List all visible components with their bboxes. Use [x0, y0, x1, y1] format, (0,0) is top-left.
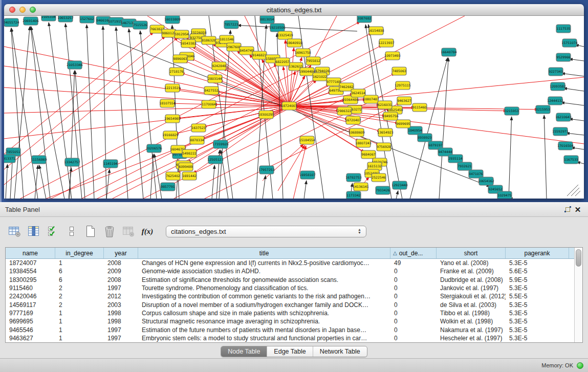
graph-node[interactable]: 17359928 [212, 140, 229, 148]
table-cell[interactable]: 1 [55, 318, 104, 325]
table-cell[interactable]: 0 [390, 268, 437, 275]
graph-node[interactable]: 19166829 [162, 131, 179, 139]
graph-edge[interactable] [571, 147, 584, 149]
table-cell[interactable]: 9777169 [6, 310, 55, 317]
table-cell[interactable]: 5.3E-5 [506, 259, 569, 267]
graph-node[interactable]: 8427552 [204, 86, 219, 95]
table-cell[interactable]: Changes of HCN gene expression and I(f) … [138, 259, 390, 267]
table-cell[interactable]: 19384554 [6, 268, 55, 275]
table-cell[interactable]: 0 [390, 310, 437, 317]
network-window[interactable]: citations_edges.txt 24055724206914062105… [4, 4, 584, 199]
graph-node[interactable]: 9699695 [396, 120, 410, 128]
graph-node[interactable]: 7932621 [458, 162, 472, 170]
graph-edge[interactable] [563, 88, 584, 91]
graph-node[interactable]: 16648784 [441, 48, 457, 56]
table-cell[interactable]: Structural magnetic resonance image aver… [138, 318, 390, 325]
table-cell[interactable]: Hescheler et al. (1997) [437, 335, 506, 342]
graph-node[interactable]: 13654923 [377, 128, 394, 137]
table-cell[interactable]: 5.3E-5 [506, 326, 569, 334]
graph-node[interactable]: 17016504 [557, 142, 574, 150]
table-cell[interactable]: 9699695 [6, 318, 55, 325]
table-cell[interactable]: Tibbo et al. (1998) [437, 310, 506, 317]
graph-edge[interactable] [203, 106, 289, 127]
table-cell[interactable]: Investigating the contribution of common… [138, 293, 390, 300]
table-row[interactable]: 1830029562008Estimation of significance … [6, 276, 574, 284]
table-cell[interactable]: Yano et al. (2008) [437, 259, 506, 267]
graph-node[interactable]: 16958107 [299, 171, 316, 179]
table-cell[interactable]: Franke et al. (2009) [437, 268, 506, 275]
table-row[interactable]: 946554611997Estimation of the future num… [6, 325, 574, 334]
graph-edge[interactable] [150, 154, 153, 199]
graph-edge[interactable] [4, 36, 165, 169]
graph-node[interactable]: 20206576 [146, 144, 162, 152]
zoom-window-icon[interactable] [30, 7, 36, 13]
table-cell[interactable]: 1 [55, 310, 104, 317]
table-cell[interactable]: Wolkin et al. (1998) [437, 318, 506, 325]
graph-node[interactable]: 1691442 [182, 172, 197, 180]
graph-edge[interactable] [103, 26, 106, 199]
table-cell[interactable]: de Silva et al. (2003) [437, 301, 506, 309]
graph-node[interactable]: 9777169 [326, 78, 341, 86]
table-cell[interactable]: 0 [390, 318, 437, 325]
graph-node[interactable]: 16210643 [555, 113, 572, 121]
graph-node[interactable]: 21053346 [67, 61, 83, 69]
graph-node[interactable]: 8813054 [260, 16, 274, 24]
graph-node[interactable]: 18107554 [159, 99, 176, 107]
table-cell[interactable]: 1997 [104, 285, 138, 292]
table-cell[interactable]: 49 [390, 259, 437, 267]
network-graph[interactable]: 2405572420691406210533410653257152760284… [4, 16, 584, 199]
graph-node[interactable]: 14136141 [353, 183, 369, 191]
graph-node[interactable]: 8186328 [202, 36, 216, 45]
graph-node[interactable]: 15751074 [561, 39, 578, 47]
graph-edge[interactable] [191, 58, 289, 106]
table-cell[interactable]: 2009 [104, 268, 138, 275]
delete-rows-trash-icon[interactable] [102, 224, 117, 239]
table-cell[interactable]: Corpus callosum shape and size in male p… [138, 310, 390, 317]
graph-node[interactable]: 7625402 [166, 172, 180, 180]
graph-edge[interactable] [304, 181, 307, 199]
column-header-year[interactable]: year [104, 248, 138, 258]
table-row[interactable]: 2242004622012Investigating the contribut… [6, 292, 574, 300]
tab-network-table[interactable]: Network Table [313, 346, 367, 357]
table-cell[interactable]: 2008 [104, 276, 138, 283]
table-row[interactable]: 1938455462009Genome-wide association stu… [6, 267, 574, 275]
column-header-in-degree[interactable]: in_degree [55, 248, 104, 258]
graph-node[interactable]: 3624514 [351, 89, 365, 97]
graph-node[interactable]: 18300295 [258, 111, 274, 119]
graph-node[interactable]: 10807487 [363, 95, 379, 103]
table-cell[interactable]: 5.3E-5 [506, 301, 569, 309]
graph-edge[interactable] [86, 25, 94, 199]
graph-edge[interactable] [561, 73, 584, 76]
graph-node[interactable]: 9860128 [162, 29, 176, 37]
graph-node[interactable]: 8215953 [536, 105, 550, 114]
graph-node[interactable]: 2967608 [227, 43, 241, 51]
close-window-icon[interactable] [9, 7, 15, 13]
table-cell[interactable]: 6 [55, 268, 104, 275]
graph-edge[interactable] [129, 29, 143, 199]
graph-node[interactable]: 1621022 [313, 73, 327, 81]
graph-node[interactable]: 13342757 [64, 158, 80, 166]
graph-node[interactable]: 7933426 [376, 186, 390, 194]
graph-node[interactable]: 12505123 [207, 156, 224, 164]
graph-node[interactable]: 1811546 [220, 35, 234, 43]
graph-node[interactable]: 7857223 [224, 20, 238, 29]
graph-node[interactable]: 16720407 [345, 116, 361, 124]
scrollbar-thumb[interactable] [576, 249, 581, 267]
graph-node[interactable]: 12975115 [395, 81, 411, 90]
graph-node[interactable]: 2522546 [372, 173, 386, 182]
table-cell[interactable]: 1998 [104, 310, 138, 317]
graph-edge[interactable] [569, 59, 584, 61]
graph-node[interactable]: 12213519 [164, 84, 181, 92]
graph-node[interactable]: 15592971 [552, 127, 569, 136]
table-cell[interactable]: 0 [390, 301, 437, 309]
graph-edge[interactable] [106, 169, 110, 199]
table-cell[interactable]: Embryonic stem cells: a model to study s… [138, 335, 390, 342]
close-panel-icon[interactable]: ✕ [573, 205, 583, 215]
graph-node[interactable]: 15184554 [299, 136, 315, 144]
minimize-window-icon[interactable] [19, 7, 26, 13]
graph-node[interactable]: 9529966 [556, 53, 571, 61]
table-cell[interactable]: 14569117 [6, 301, 55, 309]
graph-node[interactable]: 8454749 [239, 47, 254, 55]
graph-edge[interactable] [6, 164, 8, 199]
table-cell[interactable]: Estimation of the future numbers of pati… [138, 326, 390, 334]
